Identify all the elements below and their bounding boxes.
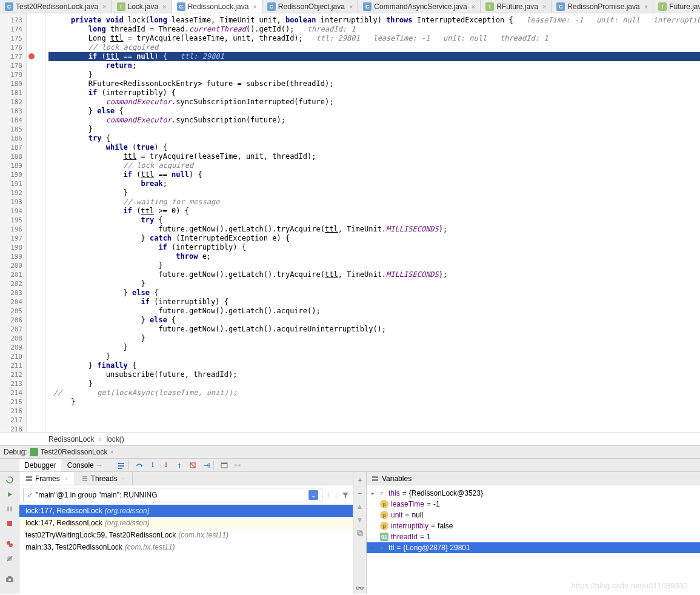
close-icon[interactable]: ×: [162, 3, 166, 10]
breakpoint-icon[interactable]: [28, 53, 35, 59]
code-line[interactable]: future.getNow().getLatch().acquire();: [48, 307, 700, 316]
close-icon[interactable]: ×: [253, 3, 256, 10]
step-out-icon[interactable]: [173, 459, 185, 471]
code-line[interactable]: commandExecutor.syncSubscriptionInterrup…: [48, 98, 700, 107]
code-line[interactable]: }: [48, 343, 700, 352]
show-execution-point-icon[interactable]: [115, 459, 127, 471]
code-line[interactable]: } finally {: [48, 361, 700, 370]
breadcrumb-item[interactable]: RedissonLock: [48, 435, 94, 444]
expand-icon[interactable]: ▸: [372, 490, 378, 496]
thread-select[interactable]: ✓ "main"@1 in group "main": RUNNING ⌄: [23, 488, 322, 502]
breakpoint-gutter[interactable]: [27, 13, 46, 432]
code-line[interactable]: long threadId = Thread.currentThread().g…: [48, 25, 700, 34]
step-into-icon[interactable]: [147, 459, 159, 471]
code-line[interactable]: future.getNow().getLatch().tryAcquire(tt…: [48, 225, 700, 234]
code-line[interactable]: // lock acquired: [48, 161, 700, 170]
code-line[interactable]: commandExecutor.syncSubscription(future)…: [48, 116, 700, 125]
code-line[interactable]: try {: [48, 216, 700, 225]
code-line[interactable]: }: [48, 188, 700, 198]
prev-frame-icon[interactable]: ↑: [326, 490, 330, 500]
editor-tab[interactable]: IFuture.java×: [653, 0, 700, 13]
code-line[interactable]: if (ttl == null) { ttl: 29801: [48, 52, 700, 61]
editor-tab[interactable]: ILock.java×: [112, 0, 172, 13]
down-icon[interactable]: ▼: [355, 514, 365, 525]
code-line[interactable]: }: [48, 125, 700, 134]
resume-icon[interactable]: [4, 488, 16, 500]
expand-icon[interactable]: ▸: [372, 545, 378, 551]
debugger-tab[interactable]: Debugger: [19, 459, 61, 471]
code-line[interactable]: private void lock(long leaseTime, TimeUn…: [48, 16, 700, 25]
code-line[interactable]: } else {: [48, 107, 700, 116]
debug-config-name[interactable]: Test20RedissonLock: [41, 448, 108, 456]
variable-list[interactable]: ▸≡this = {RedissonLock@3523}pleaseTime =…: [367, 485, 700, 594]
remove-watch-icon[interactable]: −: [355, 488, 365, 499]
close-icon[interactable]: ×: [644, 3, 648, 10]
new-watch-icon[interactable]: ＋: [355, 474, 365, 485]
variable-row[interactable]: 01threadId = 1: [367, 531, 700, 542]
code-line[interactable]: if (ttl >= 0) {: [48, 207, 700, 216]
threads-tab[interactable]: Threads →: [75, 472, 133, 485]
code-line[interactable]: } catch (InterruptedException e) {: [48, 234, 700, 243]
drop-frame-icon[interactable]: [187, 459, 199, 471]
code-line[interactable]: }: [48, 279, 700, 288]
variable-row[interactable]: pinterruptibly = false: [367, 520, 700, 531]
breadcrumb-item[interactable]: lock(): [106, 435, 124, 444]
code-line[interactable]: throw e;: [48, 252, 700, 261]
code-line[interactable]: }: [48, 334, 700, 343]
editor-tab[interactable]: CRedissonObject.java×: [262, 0, 359, 13]
close-icon[interactable]: ×: [349, 3, 353, 10]
next-frame-icon[interactable]: ↓: [334, 490, 338, 500]
editor-tab[interactable]: CCommandAsyncService.java×: [358, 0, 481, 13]
code-line[interactable]: }: [48, 352, 700, 361]
step-over-icon[interactable]: [133, 459, 145, 471]
evaluate-expression-icon[interactable]: [218, 459, 230, 471]
code-line[interactable]: break;: [48, 179, 700, 188]
code-line[interactable]: return;: [48, 61, 700, 70]
trace-current-stream-icon[interactable]: [232, 459, 244, 471]
stack-frame[interactable]: lock:177, RedissonLock (org.redisson): [19, 505, 353, 517]
code-line[interactable]: RFuture<RedissonLockEntry> future = subs…: [48, 79, 700, 88]
code-line[interactable]: if (ttl == null) {: [48, 170, 700, 179]
code-line[interactable]: future.getNow().getLatch().acquireUninte…: [48, 325, 700, 334]
editor-tab[interactable]: CRedissonLock.java×: [172, 0, 262, 13]
code-line[interactable]: }: [48, 261, 700, 270]
code-line[interactable]: ttl = tryAcquire(leaseTime, unit, thread…: [48, 152, 700, 161]
rerun-icon[interactable]: [4, 474, 16, 486]
code-line[interactable]: future.getNow().getLatch().tryAcquire(tt…: [48, 270, 700, 279]
code-line[interactable]: unsubscribe(future, threadId);: [48, 370, 700, 379]
variable-row[interactable]: ▸≡this = {RedissonLock@3523}: [367, 488, 700, 499]
mute-breakpoints-icon[interactable]: [4, 553, 16, 565]
up-icon[interactable]: ▲: [355, 501, 365, 512]
code-line[interactable]: while (true) {: [48, 143, 700, 152]
breadcrumb[interactable]: RedissonLock › lock(): [0, 432, 700, 445]
editor-tab[interactable]: CRedissonPromise.java×: [552, 0, 653, 13]
stack-frame[interactable]: test02TryWaitingLock:59, Test20RedissonL…: [19, 529, 353, 541]
code-line[interactable]: }: [48, 397, 700, 407]
stack-frame[interactable]: lock:147, RedissonLock (org.redisson): [19, 517, 353, 529]
code-line[interactable]: } else {: [48, 316, 700, 325]
variable-row[interactable]: pleaseTime = -1: [367, 499, 700, 510]
code-line[interactable]: Long ttl = tryAcquire(leaseTime, unit, t…: [48, 34, 700, 43]
force-step-into-icon[interactable]: [160, 459, 172, 471]
filter-icon[interactable]: [342, 491, 349, 499]
code-line[interactable]: try {: [48, 134, 700, 143]
editor-tab[interactable]: IRFuture.java×: [481, 0, 552, 13]
run-to-cursor-icon[interactable]: [200, 459, 212, 471]
code-line[interactable]: }: [48, 379, 700, 388]
code-line[interactable]: if (interruptibly) {: [48, 88, 700, 98]
code-line[interactable]: if (interruptibly) {: [48, 298, 700, 307]
close-icon[interactable]: ×: [472, 3, 475, 10]
code-line[interactable]: }: [48, 70, 700, 79]
code-line[interactable]: if (interruptibly) {: [48, 243, 700, 252]
code-line[interactable]: // lock acquired: [48, 43, 700, 52]
frames-tab[interactable]: Frames →: [19, 472, 75, 485]
code-line[interactable]: // get(lockAsync(leaseTime, unit));: [48, 388, 700, 397]
code-line[interactable]: // waiting for message: [48, 198, 700, 207]
close-icon[interactable]: ×: [110, 448, 113, 456]
console-tab[interactable]: Console →: [62, 459, 108, 471]
close-icon[interactable]: ×: [102, 3, 106, 10]
stack-frame[interactable]: main:33, Test20RedissonLock (com.hx.test…: [19, 541, 353, 553]
camera-icon[interactable]: [4, 573, 16, 585]
variable-row[interactable]: punit = null: [367, 510, 700, 520]
pause-icon[interactable]: [4, 503, 16, 515]
